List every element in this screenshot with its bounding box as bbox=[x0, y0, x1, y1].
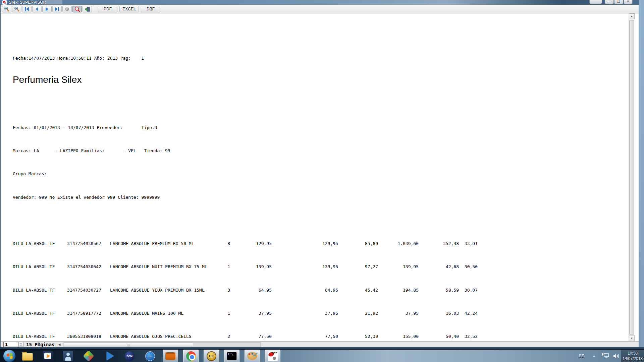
close-button[interactable]: ✕ bbox=[624, 0, 633, 4]
cell-pvp: 77,50 bbox=[235, 334, 272, 339]
cell-qty: 1 bbox=[189, 311, 230, 316]
clock[interactable]: 10:58 14/07/2013 bbox=[621, 350, 644, 362]
language-indicator[interactable]: ES bbox=[579, 353, 584, 358]
arrow-circle-icon: → bbox=[145, 351, 155, 361]
report-meta-line: Fecha:14/07/2013 Hora:10:58:11 Año: 2013… bbox=[13, 56, 144, 61]
export-excel-button[interactable]: EXCEL bbox=[119, 6, 139, 12]
taskbar-item-command-prompt[interactable]: C:\_ bbox=[224, 350, 239, 362]
spf-gray-dot bbox=[273, 357, 276, 360]
cell-margin: 352,48 bbox=[423, 241, 459, 246]
last-page-icon bbox=[54, 7, 60, 11]
cell-total: 139,95 bbox=[383, 264, 419, 269]
taskbar-item-paint[interactable] bbox=[245, 350, 260, 362]
toolbar: PDF EXCEL DBF bbox=[1, 5, 639, 13]
taskbar-item-spf[interactable]: SPF bbox=[265, 350, 280, 362]
next-page-icon bbox=[45, 7, 49, 11]
report-row: DILU LA-ABSOL TF3605531808018LANCOME ABS… bbox=[1, 334, 628, 340]
report-row: DILU LA-ABSOL TF3147754030567LANCOME ABS… bbox=[1, 241, 628, 247]
paint-palette-icon bbox=[247, 352, 257, 360]
last-page-button[interactable] bbox=[52, 6, 62, 12]
cell-pct: 30,50 bbox=[463, 264, 478, 269]
cell-cost: 85,89 bbox=[343, 241, 378, 246]
vertical-scroll-thumb[interactable] bbox=[629, 20, 634, 335]
report-row: DILU LA-ABSOL TF3147758917772LANCOME ABS… bbox=[1, 311, 628, 316]
vertical-scrollbar[interactable]: ▲ ▼ bbox=[629, 13, 634, 341]
export-pdf-button[interactable]: PDF bbox=[98, 6, 117, 12]
zoom-out-button[interactable] bbox=[12, 6, 21, 12]
next-page-button[interactable] bbox=[42, 6, 52, 12]
cell-total: 155,00 bbox=[383, 334, 419, 339]
exit-door-icon bbox=[85, 7, 90, 12]
first-page-button[interactable] bbox=[22, 6, 32, 12]
first-page-icon bbox=[24, 7, 30, 11]
exit-button[interactable] bbox=[83, 6, 92, 12]
cell-pvp: 129,95 bbox=[235, 241, 272, 246]
report-row: DILU LA-ABSOL TF3147754030642LANCOME ABS… bbox=[1, 264, 628, 270]
taskbar-item-ultraedit[interactable]: UE bbox=[204, 350, 219, 362]
command-prompt-icon: C:\_ bbox=[227, 352, 237, 360]
window-menu-button[interactable] bbox=[589, 0, 602, 4]
windows-logo-icon bbox=[6, 353, 12, 359]
report-filter-marcas: Marcas: LA - LAZIPPO Familias: - VEL Tie… bbox=[13, 148, 170, 153]
cell-brand: DILU LA-ABSOL TF bbox=[13, 264, 66, 269]
cell-pvp2: 139,95 bbox=[297, 264, 338, 269]
horizontal-scrollbar[interactable]: ||| bbox=[63, 342, 261, 347]
scroll-grip: ||| bbox=[127, 344, 130, 346]
cell-qty: 3 bbox=[189, 288, 230, 293]
cell-total: 1.039,60 bbox=[383, 241, 419, 246]
printer-icon bbox=[64, 6, 70, 12]
cell-brand: DILU LA-ABSOL TF bbox=[13, 288, 66, 293]
ultraedit-icon: UE bbox=[207, 351, 216, 361]
taskbar-item-explorer[interactable] bbox=[19, 350, 35, 362]
cell-margin: 16,03 bbox=[423, 311, 459, 316]
show-hidden-icons-button[interactable]: ▲ bbox=[593, 354, 595, 357]
zoom-in-button[interactable] bbox=[2, 6, 11, 12]
start-button[interactable] bbox=[3, 350, 16, 362]
network-icon[interactable] bbox=[601, 353, 609, 359]
speaker-icon[interactable] bbox=[613, 353, 620, 359]
cell-pvp2: 37,95 bbox=[297, 311, 338, 316]
spf-label: SPF bbox=[272, 352, 277, 355]
report-filter-fechas: Fechas: 01/01/2013 - 14/07/2013 Proveedo… bbox=[13, 125, 157, 130]
taskbar-item-user-manager[interactable] bbox=[60, 350, 76, 362]
previous-page-button[interactable] bbox=[32, 6, 42, 12]
taskbar-item-player[interactable] bbox=[101, 350, 117, 362]
cell-pvp2: 129,95 bbox=[297, 241, 338, 246]
page-number-input[interactable]: 1 bbox=[3, 342, 18, 347]
cell-qty: 2 bbox=[189, 334, 230, 339]
taskbar-item-prism-app[interactable] bbox=[81, 350, 96, 362]
export-dbf-button[interactable]: DBF bbox=[141, 6, 160, 12]
spinner-down-icon[interactable]: ▼ bbox=[19, 344, 23, 347]
clock-date: 14/07/2013 bbox=[621, 356, 644, 361]
taskbar-items: SCM → UE C:\_ SPF bbox=[19, 350, 285, 362]
cell-brand: DILU LA-ABSOL TF bbox=[13, 334, 66, 339]
cell-cost: 21,92 bbox=[343, 311, 378, 316]
cell-total: 37,95 bbox=[383, 311, 419, 316]
search-button[interactable] bbox=[72, 6, 82, 12]
taskbar-item-chrome[interactable] bbox=[183, 350, 199, 362]
cell-pvp2: 64,95 bbox=[297, 288, 338, 293]
horizontal-scroll-thumb[interactable]: ||| bbox=[64, 343, 193, 346]
cell-margin: 58,59 bbox=[423, 288, 459, 293]
taskbar-item-arrow-app[interactable]: → bbox=[142, 350, 158, 362]
print-button[interactable] bbox=[62, 6, 72, 12]
cell-pct: 30,07 bbox=[463, 288, 478, 293]
taskbar-item-mail[interactable] bbox=[163, 350, 178, 362]
cell-code: 3147754030727 bbox=[67, 288, 111, 293]
taskbar-item-scm[interactable]: SCM bbox=[122, 350, 137, 362]
cell-brand: DILU LA-ABSOL TF bbox=[13, 241, 66, 246]
hscroll-left-arrow[interactable]: ◀ bbox=[57, 342, 62, 347]
report-row: DILU LA-ABSOL TF3147754030727LANCOME ABS… bbox=[1, 288, 628, 293]
taskbar-item-media-player[interactable] bbox=[40, 350, 55, 362]
maximize-button[interactable]: ❐ bbox=[614, 0, 623, 4]
report-page: Fecha:14/07/2013 Hora:10:58:11 Año: 2013… bbox=[1, 13, 628, 341]
scroll-up-button[interactable]: ▲ bbox=[629, 13, 635, 19]
cell-qty: 8 bbox=[189, 241, 230, 246]
total-pages-label: 15 Pßginas bbox=[26, 342, 54, 347]
cell-pct: 33,91 bbox=[463, 241, 478, 246]
scroll-down-button[interactable]: ▼ bbox=[629, 336, 635, 341]
cell-pct: 42,24 bbox=[463, 311, 478, 316]
page-spinner[interactable]: ▲ ▼ bbox=[18, 342, 23, 347]
report-title: Perfumeria Silex bbox=[13, 74, 82, 85]
minimize-button[interactable]: – bbox=[605, 0, 614, 4]
